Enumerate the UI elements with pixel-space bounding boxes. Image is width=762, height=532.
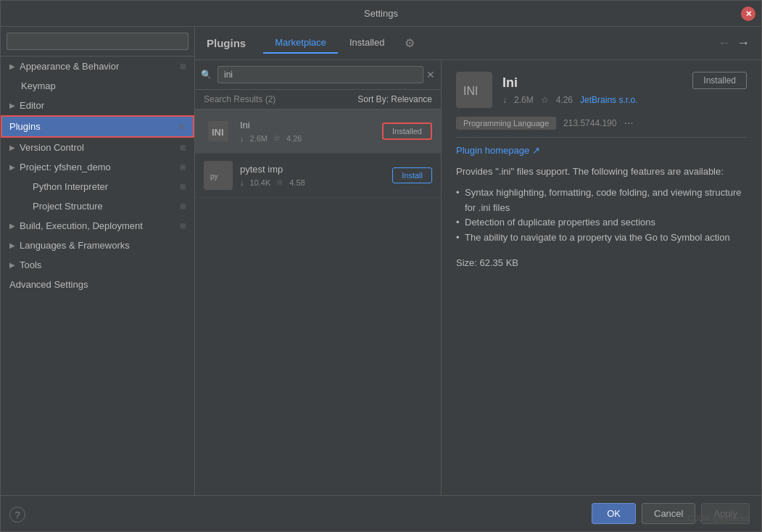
page-icon: ⊞ [180, 163, 186, 171]
sidebar-item-keymap[interactable]: Keymap [1, 76, 194, 96]
plugin-search-input[interactable] [218, 66, 423, 83]
arrow-icon: ▶ [9, 62, 15, 70]
sidebar-item-appearance[interactable]: ▶ Appearance & Behavior ⊞ [1, 57, 194, 76]
sidebar-item-label: Project: yfshen_demo [20, 162, 111, 173]
sidebar-item-label: Python Interpreter [33, 181, 108, 192]
plugins-list-panel: 🔍 ✕ Search Results (2) Sort By: Relevanc… [195, 60, 442, 495]
search-results-count: Search Results (2) [204, 94, 276, 104]
detail-description: Provides ".ini" files support. The follo… [456, 165, 747, 180]
rating: 4.58 [289, 178, 305, 187]
installed-button-ini[interactable]: Installed [382, 122, 432, 140]
detail-title-area: Ini ↓ 2.6M ☆ 4.26 JetBrains s.r.o. [502, 75, 692, 105]
plugin-info-pytest: pytest imp ↓ 10.4K ☆ 4.58 [240, 164, 392, 187]
arrow-icon: ▶ [9, 163, 15, 171]
sidebar-item-label: Languages & Frameworks [20, 240, 130, 251]
sort-by-dropdown[interactable]: Sort By: Relevance [357, 94, 432, 104]
install-button-pytest[interactable]: Install [392, 167, 432, 183]
search-clear-icon[interactable]: ✕ [426, 69, 435, 80]
help-button[interactable]: ? [9, 507, 25, 523]
feature-item-3: The ability to navigate to a property vi… [456, 230, 747, 246]
footer: ? OK Cancel Apply CSDN @ysfwmm [1, 495, 761, 531]
nav-arrows: ← → [718, 36, 750, 51]
detail-downloads: 2.6M [514, 95, 534, 105]
plugin-info-ini: Ini ↓ 2.6M ☆ 4.26 [240, 120, 382, 143]
dialog-title: Settings [364, 8, 398, 19]
sidebar-item-editor[interactable]: ▶ Editor [1, 96, 194, 115]
rating: 4.26 [286, 134, 302, 143]
homepage-label: Plugin homepage ↗ [456, 145, 540, 156]
sidebar-item-tools[interactable]: ▶ Tools [1, 255, 194, 275]
sidebar: ▶ Appearance & Behavior ⊞ Keymap ▶ Edito… [1, 27, 195, 495]
sidebar-item-label: Project Structure [33, 201, 103, 212]
downloads: 10.4K [250, 178, 271, 187]
detail-divider [456, 137, 747, 138]
page-icon: ⊞ [180, 62, 186, 70]
main-content: ▶ Appearance & Behavior ⊞ Keymap ▶ Edito… [1, 27, 761, 495]
page-icon: ⊞ [180, 202, 186, 210]
sidebar-item-build[interactable]: ▶ Build, Execution, Deployment ⊞ [1, 216, 194, 236]
plugin-homepage-link[interactable]: Plugin homepage ↗ [456, 145, 540, 156]
close-button[interactable]: ✕ [741, 7, 755, 21]
title-bar: Settings ✕ [1, 1, 761, 27]
tab-installed[interactable]: Installed [338, 33, 396, 54]
plugin-item-ini[interactable]: INI Ini ↓ 2.6M ☆ 4.26 [195, 109, 441, 154]
arrow-icon: ▶ [9, 261, 15, 269]
downloads: 2.6M [250, 134, 268, 143]
sidebar-item-advanced[interactable]: Advanced Settings [1, 275, 194, 294]
sidebar-item-label: Keymap [21, 80, 56, 91]
detail-meta: ↓ 2.6M ☆ 4.26 JetBrains s.r.o. [502, 95, 692, 105]
search-icon: 🔍 [201, 70, 212, 80]
plugin-action-ini: Installed [382, 122, 432, 140]
plugin-search-bar: 🔍 ✕ [195, 60, 441, 90]
sidebar-item-languages[interactable]: ▶ Languages & Frameworks [1, 236, 194, 255]
detail-download-icon: ↓ [502, 95, 507, 105]
sidebar-item-label: Advanced Settings [9, 279, 88, 290]
sidebar-item-project-structure[interactable]: Project Structure ⊞ [1, 196, 194, 216]
sidebar-item-version-control[interactable]: ▶ Version Control ⊞ [1, 138, 194, 157]
plugin-name: pytest imp [240, 164, 392, 175]
tag-programming-language: Programming Language [456, 117, 556, 130]
detail-rating: 4.26 [556, 95, 573, 105]
tab-marketplace[interactable]: Marketplace [263, 33, 338, 54]
sidebar-item-plugins[interactable]: Plugins ⊞ [1, 115, 194, 138]
detail-version: 213.5744.190 [563, 118, 616, 128]
plugin-icon-pytest: py [204, 161, 233, 190]
plugin-action-pytest: Install [392, 167, 432, 183]
plugins-tabs: Marketplace Installed ⚙ [263, 33, 718, 54]
detail-icon: INI [456, 72, 492, 108]
detail-size: Size: 62.35 KB [456, 257, 747, 268]
plugin-meta: ↓ 2.6M ☆ 4.26 [240, 133, 382, 143]
gear-icon[interactable]: ⚙ [405, 36, 415, 50]
sidebar-item-label: Build, Execution, Deployment [20, 220, 143, 231]
arrow-icon: ▶ [9, 144, 15, 151]
detail-vendor[interactable]: JetBrains s.r.o. [580, 95, 637, 105]
svg-text:INI: INI [212, 127, 224, 138]
right-area: Plugins Marketplace Installed ⚙ ← → 🔍 [195, 27, 761, 495]
ok-button[interactable]: OK [592, 503, 636, 524]
plugin-detail: INI Ini ↓ 2.6M ☆ 4.26 JetBrains s.r.o. [442, 60, 761, 495]
plugin-list-header: Search Results (2) Sort By: Relevance [195, 90, 441, 109]
detail-installed-button[interactable]: Installed [692, 72, 747, 89]
feature-item-2: Detection of duplicate properties and se… [456, 215, 747, 230]
feature-item-1: Syntax highlighting, formatting, code fo… [456, 186, 747, 216]
arrow-icon: ▶ [9, 241, 15, 249]
plugin-icon-ini: INI [204, 117, 233, 146]
svg-text:py: py [210, 173, 218, 180]
forward-arrow-icon[interactable]: → [737, 36, 750, 51]
detail-plugin-title: Ini [502, 75, 692, 91]
desc-text: Provides ".ini" files support. The follo… [456, 166, 724, 177]
sidebar-search-input[interactable] [7, 33, 189, 50]
more-options-icon[interactable]: ··· [624, 117, 633, 130]
page-icon: ⊞ [180, 222, 186, 230]
sidebar-item-project[interactable]: ▶ Project: yfshen_demo ⊞ [1, 157, 194, 177]
plugin-item-pytest[interactable]: py pytest imp ↓ 10.4K ☆ 4.58 [195, 154, 441, 198]
plugins-title: Plugins [207, 37, 246, 49]
arrow-icon: ▶ [9, 101, 15, 109]
sidebar-item-python-interpreter[interactable]: Python Interpreter ⊞ [1, 177, 194, 196]
plugins-body: 🔍 ✕ Search Results (2) Sort By: Relevanc… [195, 60, 761, 495]
star-icon: ☆ [273, 133, 281, 143]
star-icon: ☆ [276, 178, 283, 187]
page-icon: ⊞ [178, 122, 184, 130]
detail-header: INI Ini ↓ 2.6M ☆ 4.26 JetBrains s.r.o. [456, 72, 747, 108]
back-arrow-icon[interactable]: ← [718, 36, 731, 51]
